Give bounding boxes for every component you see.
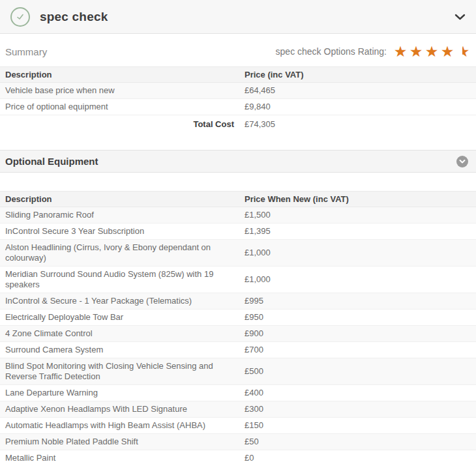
rating-label: spec check Options Rating: [276,46,387,57]
table-row: Metallic Paint £0 [0,450,476,462]
description-cell: Meridian Surround Sound Audio System (82… [0,267,239,293]
chevron-down-icon[interactable] [454,13,466,21]
description-cell: Automatic Headlamps with High Beam Assis… [0,418,239,434]
table-row: InControl & Secure - 1 Year Package (Tel… [0,293,476,310]
description-cell: Metallic Paint [0,450,239,462]
table-row: InControl Secure 3 Year Subscription £1,… [0,224,476,240]
price-cell: £9,840 [239,99,476,115]
star-icon: ★ [393,45,408,58]
table-row: Price of optional equipment £9,840 [0,99,476,115]
total-row: Total Cost £74,305 [0,115,476,134]
table-row: Premium Noble Plated Paddle Shift £50 [0,434,476,450]
column-header-price-when-new: Price When New (inc VAT) [239,192,476,207]
description-cell: 4 Zone Climate Control [0,326,239,342]
description-cell: Premium Noble Plated Paddle Shift [0,434,239,450]
summary-table: Description Price (inc VAT) Vehicle base… [0,66,476,134]
table-row: Automatic Headlamps with High Beam Assis… [0,418,476,434]
price-cell: £64,465 [239,83,476,99]
oe-table-header-row: Description Price When New (inc VAT) [0,192,476,207]
star-half-icon: ★ [455,45,471,58]
summary-table-body: Vehicle base price when new £64,465 Pric… [0,83,476,115]
table-row: Vehicle base price when new £64,465 [0,83,476,99]
table-row: Electrically Deployable Tow Bar £950 [0,310,476,326]
summary-header-row: Summary spec check Options Rating: ★★★★★ [0,34,476,66]
description-cell: Alston Headlining (Cirrus, Ivory & Ebony… [0,240,239,267]
column-header-description: Description [0,192,239,207]
page-title: spec check [40,10,108,24]
table-row: Alston Headlining (Cirrus, Ivory & Ebony… [0,240,476,267]
table-row: Meridian Surround Sound Audio System (82… [0,267,476,293]
description-cell: Vehicle base price when new [0,83,239,99]
star-icon: ★ [439,45,455,58]
chevron-circle-down-icon[interactable] [456,156,468,167]
table-row: Surround Camera System £700 [0,342,476,358]
price-cell: £50 [239,434,476,450]
column-header-description: Description [0,67,239,83]
price-cell: £300 [239,401,476,418]
price-cell: £150 [239,418,476,434]
table-row: Sliding Panoramic Roof £1,500 [0,207,476,224]
price-cell: £1,000 [239,240,476,267]
total-cost-label: Total Cost [0,115,239,134]
optional-equipment-table: Description Price When New (inc VAT) Sli… [0,191,476,462]
description-cell: InControl Secure 3 Year Subscription [0,224,239,240]
price-cell: £1,395 [239,224,476,240]
description-cell: Adaptive Xenon Headlamps With LED Signat… [0,401,239,418]
description-cell: Price of optional equipment [0,99,239,115]
star-rating: ★★★★★ [393,45,471,58]
description-cell: Lane Departure Warning [0,385,239,401]
description-cell: InControl & Secure - 1 Year Package (Tel… [0,293,239,310]
summary-table-header-row: Description Price (inc VAT) [0,67,476,83]
description-cell: Surround Camera System [0,342,239,358]
table-row: Lane Departure Warning £400 [0,385,476,401]
optional-equipment-section-header[interactable]: Optional Equipment [0,150,476,173]
description-cell: Sliding Panoramic Roof [0,207,239,224]
star-icon: ★ [424,45,439,58]
star-icon: ★ [408,45,424,58]
check-circle-icon [10,7,30,27]
total-cost-value: £74,305 [239,115,476,134]
summary-heading: Summary [5,46,47,57]
price-cell: £1,000 [239,267,476,293]
price-cell: £0 [239,450,476,462]
spec-check-header[interactable]: spec check [0,0,476,34]
price-cell: £995 [239,293,476,310]
table-row: 4 Zone Climate Control £900 [0,326,476,342]
description-cell: Electrically Deployable Tow Bar [0,310,239,326]
description-cell: Blind Spot Monitoring with Closing Vehic… [0,358,239,385]
price-cell: £950 [239,310,476,326]
price-cell: £700 [239,342,476,358]
price-cell: £1,500 [239,207,476,224]
price-cell: £400 [239,385,476,401]
column-header-price: Price (inc VAT) [239,67,476,83]
price-cell: £500 [239,358,476,385]
options-rating: spec check Options Rating: ★★★★★ [276,45,471,58]
price-cell: £900 [239,326,476,342]
optional-equipment-title: Optional Equipment [5,156,98,167]
oe-table-body: Sliding Panoramic Roof £1,500 InControl … [0,207,476,462]
table-row: Adaptive Xenon Headlamps With LED Signat… [0,401,476,418]
table-row: Blind Spot Monitoring with Closing Vehic… [0,358,476,385]
